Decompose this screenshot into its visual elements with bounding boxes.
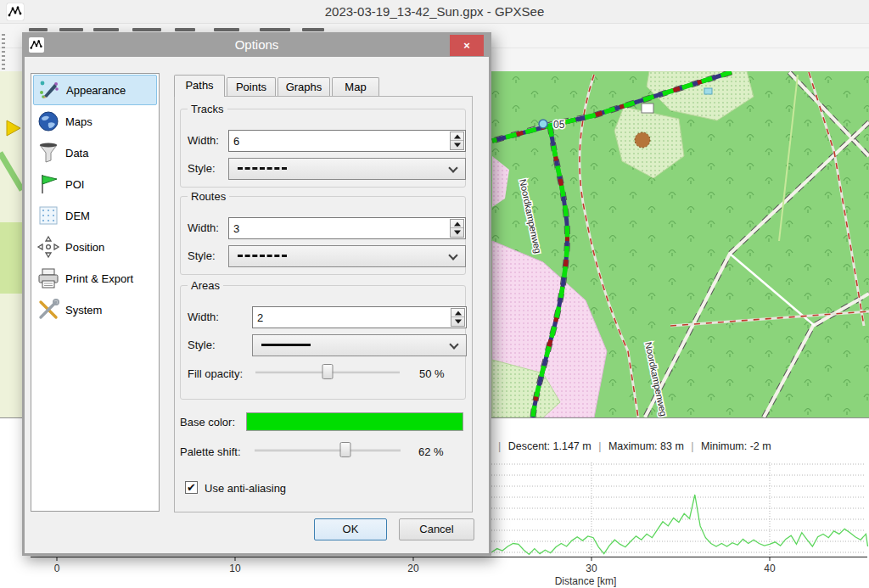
tracks-group: Tracks Width: Style:: [180, 109, 466, 188]
sidebar-item-label: Maps: [65, 115, 93, 128]
areas-group: Areas Width: Style: Fill opacity: 50 %: [180, 285, 466, 400]
routes-width-input[interactable]: [233, 219, 446, 238]
window-titlebar: 2023-03-19_13-42_Sun.gpx - GPXSee: [0, 0, 869, 24]
spin-down-icon[interactable]: [451, 317, 464, 326]
ok-button[interactable]: OK: [314, 518, 387, 540]
position-arrows-icon: [36, 235, 60, 259]
spin-up-icon[interactable]: [451, 309, 464, 317]
waypoint-marker[interactable]: [539, 120, 547, 128]
tab-points[interactable]: Points: [227, 77, 276, 97]
separator: |: [494, 440, 505, 452]
options-sidebar: Appearance Maps Data POI: [31, 73, 160, 512]
areas-width-spinbox[interactable]: [252, 306, 467, 328]
sidebar-item-dem[interactable]: DEM: [33, 200, 157, 231]
routes-width-label: Width:: [188, 221, 219, 234]
sidebar-item-maps[interactable]: Maps: [33, 106, 157, 137]
cancel-button[interactable]: Cancel: [399, 518, 474, 540]
tracks-width-input[interactable]: [233, 132, 446, 150]
svg-text:10: 10: [229, 563, 241, 574]
slider-handle[interactable]: [339, 442, 350, 457]
sidebar-item-poi[interactable]: POI: [33, 169, 157, 199]
appearance-icon: [37, 78, 61, 102]
areas-style-combobox[interactable]: [252, 334, 467, 356]
spin-up-icon[interactable]: [451, 220, 463, 228]
tab-map[interactable]: Map: [332, 77, 379, 97]
map-pond: [704, 88, 712, 94]
chevron-down-icon: [448, 163, 457, 172]
svg-text:Distance [km]: Distance [km]: [555, 575, 617, 587]
separator: |: [594, 440, 605, 452]
areas-group-legend: Areas: [188, 279, 223, 292]
routes-style-combobox[interactable]: [228, 245, 466, 267]
fill-opacity-label: Fill opacity:: [188, 367, 243, 380]
spin-down-icon[interactable]: [451, 228, 463, 237]
maps-icon: [36, 109, 60, 133]
sidebar-item-label: Print & Export: [65, 272, 133, 285]
dashed-line-sample: [238, 167, 287, 170]
sidebar-item-appearance[interactable]: Appearance: [33, 75, 157, 105]
data-icon: [36, 141, 60, 165]
svg-text:30: 30: [586, 563, 597, 574]
sidebar-item-data[interactable]: Data: [33, 137, 157, 168]
spin-up-icon[interactable]: [451, 132, 463, 141]
toolbar-handle[interactable]: [2, 34, 5, 71]
tracks-width-spinbox[interactable]: [228, 130, 466, 152]
dialog-title: Options: [24, 37, 490, 52]
tracks-group-legend: Tracks: [188, 103, 227, 115]
fill-opacity-slider[interactable]: [255, 364, 400, 379]
sidebar-item-system[interactable]: System: [33, 294, 157, 325]
base-color-label: Base color:: [180, 416, 235, 428]
routes-group: Routes Width: Style:: [180, 196, 466, 275]
sidebar-item-label: Appearance: [66, 84, 126, 97]
palette-shift-slider[interactable]: [255, 442, 401, 457]
minimum-stat: Minimum: -2 m: [701, 440, 771, 452]
tracks-style-label: Style:: [188, 162, 216, 175]
tracks-style-combobox[interactable]: [228, 158, 466, 180]
solid-line-sample: [261, 344, 311, 346]
menu-bar: [29, 28, 48, 31]
routes-group-legend: Routes: [188, 190, 229, 203]
spin-down-icon[interactable]: [451, 141, 463, 149]
tracks-width-label: Width:: [188, 134, 219, 147]
routes-style-label: Style:: [188, 249, 216, 262]
areas-width-input[interactable]: [257, 308, 447, 327]
areas-width-label: Width:: [188, 311, 219, 323]
spin-buttons[interactable]: [450, 132, 464, 150]
antialiasing-label: Use anti-aliasing: [205, 482, 286, 495]
waypoint-label: 05: [553, 119, 565, 131]
svg-text:0: 0: [54, 563, 60, 574]
printer-icon: [36, 266, 60, 290]
close-button[interactable]: ×: [450, 35, 484, 56]
slider-handle[interactable]: [322, 364, 334, 379]
map-landmark: [635, 132, 650, 148]
spin-buttons[interactable]: [451, 308, 465, 327]
fill-opacity-value: 50 %: [419, 367, 445, 380]
paths-tab-pane: Tracks Width: Style: Routes Width:: [174, 96, 473, 512]
sidebar-item-label: Position: [65, 241, 104, 254]
areas-style-label: Style:: [188, 339, 216, 351]
separator: |: [687, 440, 698, 452]
map-building: [642, 104, 653, 113]
chevron-down-icon: [448, 250, 457, 260]
window-title: 2023-03-19_13-42_Sun.gpx - GPXSee: [0, 4, 869, 19]
sidebar-item-label: System: [65, 304, 102, 316]
routes-width-spinbox[interactable]: [228, 217, 466, 239]
options-dialog: Options × Appearance Maps Dat: [22, 32, 491, 556]
svg-text:40: 40: [764, 563, 776, 574]
chevron-down-icon: [449, 339, 458, 349]
checkbox-check-icon[interactable]: [185, 481, 198, 494]
base-color-swatch[interactable]: [246, 412, 463, 431]
sidebar-item-print-export[interactable]: Print & Export: [33, 263, 157, 294]
sidebar-item-label: DEM: [65, 210, 90, 222]
spin-buttons[interactable]: [450, 219, 464, 238]
svg-text:20: 20: [407, 563, 419, 574]
palette-shift-value: 62 %: [418, 445, 444, 458]
dialog-titlebar[interactable]: Options ×: [24, 34, 490, 57]
maximum-stat: Maximum: 83 m: [608, 440, 684, 452]
sidebar-item-position[interactable]: Position: [33, 232, 157, 262]
sidebar-item-label: POI: [65, 178, 84, 191]
tab-graphs[interactable]: Graphs: [278, 77, 330, 97]
tab-paths[interactable]: Paths: [174, 75, 225, 97]
tools-icon: [36, 298, 60, 322]
map-left-sliver: [0, 71, 24, 417]
